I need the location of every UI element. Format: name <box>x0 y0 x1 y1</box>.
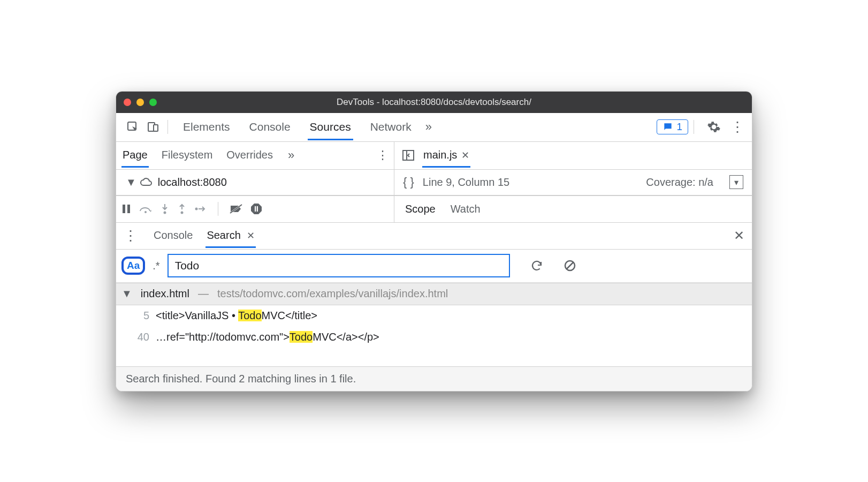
svg-point-7 <box>144 211 147 213</box>
pause-icon[interactable] <box>121 204 131 214</box>
sources-split: Page Filesystem Overrides » ⋮ ▼ localhos… <box>116 142 752 196</box>
svg-rect-14 <box>257 206 258 212</box>
svg-rect-6 <box>127 205 130 213</box>
cursor-position: Line 9, Column 15 <box>423 176 509 189</box>
svg-rect-5 <box>123 205 125 213</box>
disclosure-triangle-icon[interactable]: ▼ <box>126 176 136 189</box>
drawer-tab-search[interactable]: Search ✕ <box>205 223 256 248</box>
window-close-button[interactable] <box>124 99 131 106</box>
step-over-icon[interactable] <box>139 204 153 214</box>
clear-icon[interactable] <box>564 259 576 272</box>
search-status-bar: Search finished. Found 2 matching lines … <box>116 366 752 391</box>
tab-network[interactable]: Network <box>368 114 414 140</box>
separator: — <box>198 288 209 300</box>
tabs-overflow-icon[interactable]: » <box>425 120 432 134</box>
debugger-sidebar-tabs: Scope Watch <box>394 203 752 215</box>
svg-point-8 <box>164 212 166 214</box>
subtab-overrides[interactable]: Overrides <box>225 143 274 168</box>
result-line[interactable]: 40 …ref="http://todomvc.com">TodoMVC</a>… <box>116 327 752 348</box>
device-toggle-icon[interactable] <box>144 118 162 136</box>
window-zoom-button[interactable] <box>149 99 157 106</box>
navigator-pane: Page Filesystem Overrides » ⋮ ▼ localhos… <box>116 142 394 195</box>
tab-sources[interactable]: Sources <box>308 114 353 140</box>
line-text: …ref="http://todomvc.com">TodoMVC</a></p… <box>156 331 379 343</box>
divider <box>694 120 694 134</box>
result-file-path: tests/todomvc.com/examples/vanillajs/ind… <box>217 288 448 300</box>
window-title: DevTools - localhost:8080/docs/devtools/… <box>116 97 752 108</box>
titlebar: DevTools - localhost:8080/docs/devtools/… <box>116 92 752 113</box>
more-menu-icon[interactable]: ⋮ <box>730 119 744 135</box>
editor-status-bar: { } Line 9, Column 15 Coverage: n/a ▾ <box>394 170 752 195</box>
regex-toggle[interactable]: .* <box>150 260 162 272</box>
navigator-toggle-icon[interactable] <box>402 149 415 161</box>
svg-point-9 <box>181 212 184 214</box>
line-number: 40 <box>126 331 149 343</box>
editor-dropdown-icon[interactable]: ▾ <box>729 175 743 189</box>
file-tab-strip: main.js ✕ <box>394 142 752 170</box>
subtabs-overflow-icon[interactable]: » <box>288 148 294 162</box>
result-file-header[interactable]: ▼ index.html — tests/todomvc.com/example… <box>116 283 752 305</box>
svg-rect-2 <box>154 125 158 131</box>
subtab-page[interactable]: Page <box>121 143 149 168</box>
drawer-tab-strip: ⋮ Console Search ✕ ✕ <box>116 223 752 250</box>
tab-console[interactable]: Console <box>247 114 293 140</box>
window-minimize-button[interactable] <box>136 99 144 106</box>
tree-host-row[interactable]: ▼ localhost:8080 <box>116 170 394 195</box>
drawer-tab-close-icon[interactable]: ✕ <box>247 230 255 241</box>
feedback-badge[interactable]: 1 <box>657 119 688 134</box>
step-into-icon[interactable] <box>160 203 170 215</box>
search-toolbar: Aa .* <box>116 250 752 283</box>
divider <box>167 120 168 134</box>
tab-elements[interactable]: Elements <box>181 114 232 140</box>
cloud-icon <box>140 177 154 187</box>
tab-watch[interactable]: Watch <box>451 203 481 215</box>
pause-on-exceptions-icon[interactable] <box>250 203 262 215</box>
main-tab-strip: Elements Console Sources Network <box>181 114 414 140</box>
search-input[interactable] <box>167 254 510 277</box>
deactivate-breakpoints-icon[interactable] <box>229 204 243 214</box>
result-line[interactable]: 5 <title>VanillaJS • TodoMVC</title> <box>116 305 752 327</box>
disclosure-triangle-icon[interactable]: ▼ <box>121 288 132 300</box>
tab-scope[interactable]: Scope <box>405 203 436 215</box>
match-case-toggle[interactable]: Aa <box>121 257 145 275</box>
line-text: <title>VanillaJS • TodoMVC</title> <box>156 310 317 322</box>
match-highlight: Todo <box>290 331 313 343</box>
debugger-controls <box>116 196 394 222</box>
editor-pane: main.js ✕ { } Line 9, Column 15 Coverage… <box>394 142 752 195</box>
divider <box>218 202 218 216</box>
feedback-count: 1 <box>676 121 682 133</box>
navigator-more-icon[interactable]: ⋮ <box>377 148 389 162</box>
svg-line-16 <box>567 262 573 269</box>
search-status-text: Search finished. Found 2 matching lines … <box>126 373 356 385</box>
file-tab-mainjs[interactable]: main.js ✕ <box>422 143 470 168</box>
debugger-toolbar: Scope Watch <box>116 196 752 223</box>
file-tab-close-icon[interactable]: ✕ <box>461 149 469 161</box>
coverage-label: Coverage: n/a <box>646 176 713 189</box>
match-highlight: Todo <box>238 310 261 321</box>
result-file-name: index.html <box>141 288 189 300</box>
svg-rect-13 <box>255 206 256 212</box>
inspect-element-icon[interactable] <box>124 118 142 136</box>
subtab-filesystem[interactable]: Filesystem <box>161 143 214 168</box>
settings-icon[interactable] <box>707 120 721 134</box>
pretty-print-icon[interactable]: { } <box>403 175 414 189</box>
refresh-icon[interactable] <box>530 259 543 272</box>
tree-host-label: localhost:8080 <box>158 176 227 189</box>
main-toolbar: Elements Console Sources Network » 1 ⋮ <box>116 113 752 142</box>
devtools-window: DevTools - localhost:8080/docs/devtools/… <box>116 91 752 391</box>
drawer-more-icon[interactable]: ⋮ <box>124 228 138 244</box>
line-number: 5 <box>126 310 149 322</box>
step-icon[interactable] <box>194 204 207 214</box>
traffic-lights <box>124 99 157 106</box>
drawer-tab-console[interactable]: Console <box>153 223 194 248</box>
file-tab-label: main.js <box>423 149 457 161</box>
drawer-close-icon[interactable]: ✕ <box>734 228 744 243</box>
svg-point-10 <box>195 208 198 210</box>
navigator-tabs: Page Filesystem Overrides » ⋮ <box>116 142 394 170</box>
drawer-tab-search-label: Search <box>207 229 240 241</box>
step-out-icon[interactable] <box>177 203 187 215</box>
